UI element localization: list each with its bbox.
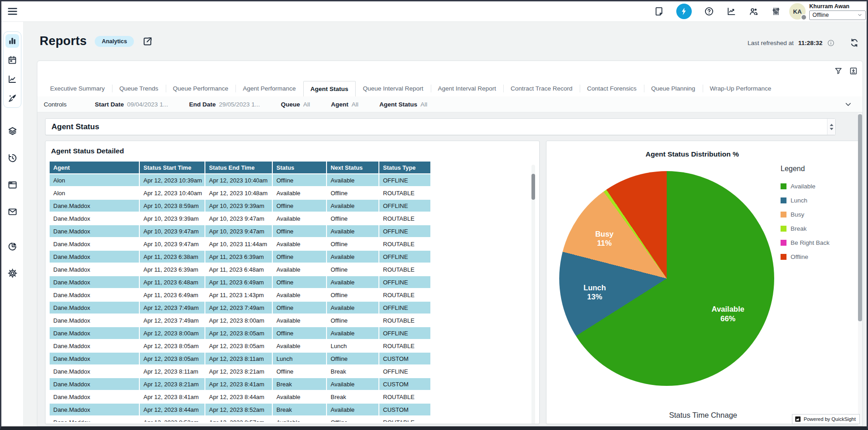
column-header-status-end-time[interactable]: Status End Time	[205, 162, 272, 173]
sidebar-item-pie-chart[interactable]	[6, 240, 18, 252]
sidebar-item-line-chart[interactable]	[5, 72, 19, 86]
table-cell: Apr 10, 2023 9:47am	[205, 225, 272, 237]
refresh-icon[interactable]	[849, 38, 859, 48]
legend-item-lunch[interactable]: Lunch	[781, 197, 859, 204]
tab-contract-trace-record[interactable]: Contract Trace Record	[503, 81, 580, 96]
table-cell: Offline	[273, 276, 326, 288]
brush-icon	[7, 93, 17, 103]
table-cell: ROUTABLE	[379, 187, 430, 199]
external-link-icon[interactable]	[142, 36, 153, 47]
avatar[interactable]: KA	[789, 3, 806, 20]
table-cell: Available	[273, 212, 326, 224]
tab-agent-status[interactable]: Agent Status	[303, 81, 356, 97]
filter-label: Agent Status	[379, 101, 417, 108]
table-cell: Apr 10, 2023 9:47am	[140, 225, 204, 237]
sidebar-item-calendar[interactable]	[5, 53, 19, 67]
filter-start-date[interactable]: Start Date09/04/2023 1...	[95, 101, 168, 108]
column-header-agent[interactable]: Agent	[50, 162, 139, 173]
legend-item-break[interactable]: Break	[781, 225, 859, 232]
sliders-icon[interactable]	[771, 6, 781, 16]
pie-chart[interactable]	[559, 171, 774, 386]
sidebar-item-layers[interactable]	[6, 125, 18, 137]
sidebar-item-gear[interactable]	[6, 267, 18, 279]
table-scrollbar-thumb[interactable]	[531, 174, 535, 200]
column-header-status[interactable]: Status	[273, 162, 326, 173]
pie-chart-title: Agent Status Distribution %	[546, 150, 838, 158]
column-header-status-start-time[interactable]: Status Start Time	[140, 162, 204, 173]
sidebar-item-mail[interactable]	[6, 206, 18, 218]
tab-wrap-up-performance[interactable]: Wrap-Up Performance	[703, 81, 779, 96]
sheet-selector[interactable]: Agent Status	[45, 118, 836, 135]
legend-item-available[interactable]: Available	[781, 183, 859, 190]
download-icon[interactable]	[849, 66, 858, 76]
filter-agent-status[interactable]: Agent StatusAll	[379, 101, 427, 108]
legend-swatch	[781, 254, 786, 260]
sheet-stepper[interactable]	[827, 119, 835, 135]
table-cell: Offline	[273, 302, 326, 314]
table-cell: Available	[273, 263, 326, 275]
tab-contact-forensics[interactable]: Contact Forensics	[580, 81, 644, 96]
note-icon[interactable]	[654, 6, 664, 16]
table-cell: Break	[327, 391, 378, 403]
table-cell: Apr 11, 2023 6:48am	[205, 263, 272, 275]
table-row: Dane.MaddoxApr 12, 2023 8:44amApr 12, 20…	[50, 404, 430, 415]
filter-agent[interactable]: AgentAll	[331, 101, 358, 108]
window-icon	[7, 180, 18, 190]
bolt-glyph	[679, 7, 689, 16]
table-cell: OFFLINE	[379, 174, 430, 186]
table-cell: Dane.Maddox	[50, 276, 139, 288]
legend-item-be-right-back[interactable]: Be Right Back	[781, 239, 859, 246]
legend-label: Available	[791, 183, 816, 190]
people-icon[interactable]	[749, 6, 759, 16]
filter-value: 29/05/2023 1...	[219, 101, 260, 108]
sidebar-lower-group	[1, 125, 23, 279]
quicksight-badge: Powered by QuickSight	[792, 414, 860, 424]
bolt-icon[interactable]	[676, 4, 692, 19]
table-cell: ROUTABLE	[379, 212, 430, 224]
tab-executive-summary[interactable]: Executive Summary	[43, 81, 112, 96]
table-cell: Apr 12, 2023 10:40am	[205, 174, 272, 186]
table-row: Dane.MaddoxApr 12, 2023 8:11amApr 12, 20…	[50, 365, 430, 377]
table-cell: Dane.Maddox	[50, 391, 139, 403]
legend-item-offline[interactable]: Offline	[781, 253, 859, 260]
filter-icon[interactable]	[834, 66, 843, 76]
table-cell: Apr 12, 2023 8:41am	[140, 391, 204, 403]
table-cell: OFFLINE	[379, 327, 430, 339]
agent-status-select[interactable]: Offline	[809, 10, 866, 20]
filter-queue[interactable]: QueueAll	[281, 101, 310, 108]
stepper-down-icon	[830, 128, 833, 130]
table-cell: ROUTABLE	[379, 314, 430, 326]
hamburger-menu-icon[interactable]	[7, 6, 18, 17]
filter-end-date[interactable]: End Date29/05/2023 1...	[189, 101, 260, 108]
table-cell: OFFLINE	[379, 200, 430, 212]
sidebar-item-bar-chart[interactable]	[5, 34, 19, 48]
filter-label: End Date	[189, 101, 216, 108]
column-header-next-status[interactable]: Next Status	[327, 162, 378, 173]
table-row: Dane.MaddoxApr 12, 2023 8:41amApr 12, 20…	[50, 391, 430, 403]
tab-queue-interval-report[interactable]: Queue Interval Report	[356, 81, 431, 96]
help-icon[interactable]	[704, 6, 714, 16]
tab-agent-performance[interactable]: Agent Performance	[235, 81, 303, 96]
dashboard-scrollbar[interactable]	[858, 113, 862, 425]
table-cell: Offline	[273, 251, 326, 263]
tab-agent-interval-report[interactable]: Agent Interval Report	[431, 81, 504, 96]
tab-queue-trends[interactable]: Queue Trends	[112, 81, 166, 96]
dashboard-scrollbar-thumb[interactable]	[858, 114, 862, 321]
trend-icon[interactable]	[726, 6, 736, 16]
sidebar-item-brush[interactable]	[5, 91, 19, 105]
controls-filters: Start Date09/04/2023 1...End Date29/05/2…	[95, 101, 448, 108]
legend-item-busy[interactable]: Busy	[781, 211, 859, 218]
column-header-status-type[interactable]: Status Type	[379, 162, 430, 173]
collapse-controls-icon[interactable]	[844, 100, 853, 109]
sidebar-item-history[interactable]	[6, 152, 18, 164]
table-scrollbar[interactable]	[531, 165, 535, 424]
table-cell: Break	[273, 404, 326, 415]
sidebar-item-window[interactable]	[6, 179, 18, 191]
user-name: Khurram Awan	[809, 3, 866, 10]
tab-queue-performance[interactable]: Queue Performance	[166, 81, 236, 96]
chart-legend: Legend AvailableLunchBusyBreakBe Right B…	[781, 165, 859, 268]
info-icon[interactable]	[827, 39, 835, 47]
table-row: Dane.MaddoxApr 11, 2023 6:49amApr 11, 20…	[50, 289, 430, 301]
tab-queue-planning[interactable]: Queue Planning	[644, 81, 703, 96]
filter-label: Queue	[281, 101, 300, 108]
